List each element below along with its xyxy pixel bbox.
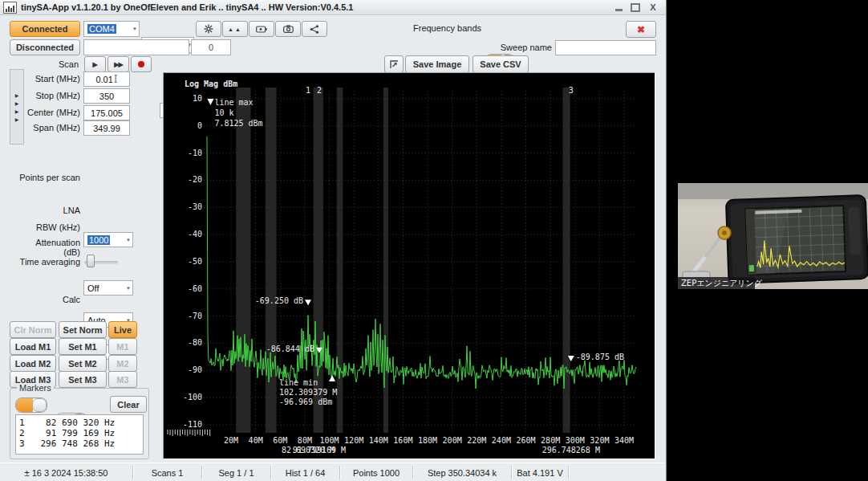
export-button[interactable] [302, 21, 327, 37]
corner-arrow-icon [390, 60, 399, 69]
svg-text:1: 1 [306, 86, 310, 95]
span-mhz-label: Span (MHz) [27, 120, 80, 134]
set-m1-button[interactable]: Set M1 [59, 338, 107, 355]
svg-text:-69.250 dB: -69.250 dB [255, 296, 303, 305]
save-csv-button[interactable]: Save CSV [473, 55, 529, 73]
play-icon: ▶ [92, 61, 97, 68]
minimize-icon[interactable] [615, 4, 623, 11]
screen-capture-button[interactable] [275, 21, 301, 37]
svg-text:100M: 100M [319, 436, 339, 445]
lna-label: LNA [27, 203, 80, 217]
stop-mhz-label: Stop (MHz) [27, 88, 80, 102]
clr-norm-button[interactable]: Clr Norm [10, 321, 56, 338]
exit-button[interactable]: ✖ [626, 21, 656, 38]
svg-text:10: 10 [193, 94, 202, 103]
svg-text:0: 0 [197, 121, 202, 130]
svg-text:340M: 340M [614, 436, 634, 445]
start-mhz-field[interactable]: 0.01I [83, 71, 130, 87]
svg-text:line max: line max [214, 98, 253, 107]
maximize-icon[interactable] [631, 3, 640, 12]
retry-count-field[interactable]: 0 [191, 39, 231, 55]
svg-text:-40: -40 [188, 230, 202, 238]
span-mhz-field[interactable]: 349.99 [83, 120, 130, 136]
right-arrow-icon: ▶ [15, 108, 19, 114]
svg-text:320M: 320M [590, 436, 609, 445]
svg-text:-60: -60 [188, 284, 202, 293]
svg-text:200M: 200M [443, 436, 462, 445]
svg-text:140M: 140M [369, 436, 388, 445]
svg-text:-86.844 dB: -86.844 dB [266, 344, 314, 353]
scan-single-button[interactable]: ▶ [84, 56, 106, 72]
marker-list[interactable]: 1 82 690 320 Hz 2 91 799 169 Hz 3 296 74… [15, 414, 144, 455]
settings-button[interactable] [196, 21, 221, 37]
marker-list-row[interactable]: 3 296 748 268 Hz [19, 438, 115, 449]
stop-mhz-field[interactable]: 350 [83, 88, 130, 104]
status-history: Hist 1 / 64 [271, 466, 340, 479]
record-button[interactable] [131, 56, 152, 72]
record-icon [138, 61, 144, 67]
svg-text:-90: -90 [188, 365, 202, 374]
save-image-button[interactable]: Save Image [405, 55, 469, 73]
svg-text:260M: 260M [516, 436, 535, 445]
center-mhz-field[interactable]: 175.005 [83, 105, 130, 120]
svg-text:-30: -30 [188, 202, 202, 211]
com-status-field[interactable] [83, 39, 189, 55]
slider-knob[interactable] [87, 255, 95, 267]
m3-button[interactable]: M3 [108, 371, 137, 388]
com-port-select[interactable]: COM4▼ [83, 21, 140, 37]
svg-text:40M: 40M [249, 436, 263, 445]
set-norm-button[interactable]: Set Norm [59, 321, 107, 338]
right-arrow-icon: ▶ [15, 92, 19, 98]
title-bar: tinySA-App v1.1.20.1 by OneOfEleven and … [0, 0, 666, 15]
load-m2-button[interactable]: Load M2 [10, 355, 56, 372]
spectrum-chart[interactable]: Log Mag dBm100-10-20-30-40-50-60-70-80-9… [163, 72, 655, 459]
scan-continuous-button[interactable]: ▶▶ [107, 56, 129, 72]
com-port-value: COM4 [87, 24, 116, 34]
center-mhz-label: Center (MHz) [19, 105, 80, 119]
camera-icon [283, 25, 294, 33]
battery-status-button[interactable] [249, 21, 274, 37]
red-x-icon: ✖ [637, 24, 645, 35]
firmware-update-button[interactable]: ▲▲ [222, 21, 248, 37]
battery-icon [256, 26, 267, 33]
live-button[interactable]: Live [108, 321, 137, 338]
lna-select[interactable]: Off▼ [83, 280, 133, 296]
status-points: Points 1000 [340, 466, 413, 479]
clear-markers-button[interactable]: Clear [110, 396, 147, 413]
status-scans: Scans 1 [133, 466, 202, 479]
sweep-name-field[interactable] [555, 40, 656, 55]
start-mhz-label: Start (MHz) [27, 71, 80, 85]
set-m2-button[interactable]: Set M2 [59, 355, 107, 372]
svg-text:7.8125 dBm: 7.8125 dBm [214, 119, 262, 128]
time-averaging-slider[interactable] [84, 259, 118, 267]
copy-chart-button[interactable] [384, 55, 404, 73]
svg-text:-80: -80 [188, 338, 202, 347]
marker-toggle-1[interactable] [15, 397, 47, 413]
up-arrows-icon: ▲▲ [228, 26, 242, 32]
marker-list-row[interactable]: 2 91 799 169 Hz [19, 428, 115, 438]
sweep-name-label: Sweep name [491, 40, 552, 54]
set-m3-button[interactable]: Set M3 [59, 371, 107, 388]
chevron-down-icon: ▼ [126, 285, 131, 290]
svg-text:80M: 80M [298, 436, 312, 445]
marker-list-row[interactable]: 1 82 690 320 Hz [19, 418, 115, 428]
m1-button[interactable]: M1 [108, 338, 137, 355]
disconnected-button[interactable]: Disconnected [10, 39, 80, 55]
svg-text:220M: 220M [467, 436, 486, 445]
points-per-scan-select[interactable]: 1000▼ [83, 232, 133, 247]
svg-text:-100: -100 [183, 393, 202, 402]
svg-text:280M: 280M [541, 436, 560, 445]
connected-button[interactable]: Connected [10, 21, 80, 37]
svg-text:-70: -70 [188, 312, 202, 320]
svg-text:line min: line min [279, 378, 318, 387]
m2-button[interactable]: M2 [108, 355, 137, 372]
load-m1-button[interactable]: Load M1 [10, 338, 56, 355]
svg-text:240M: 240M [492, 436, 511, 445]
close-icon[interactable]: X [648, 3, 658, 12]
gear-icon [204, 24, 213, 34]
status-step: Step 350.34034 k [413, 466, 512, 479]
device-photo: ZEPエンジニアリング [678, 183, 868, 289]
app-window: tinySA-App v1.1.20.1 by OneOfEleven and … [0, 0, 667, 481]
rbw-label: RBW (kHz) [19, 220, 80, 234]
time-averaging-label: Time averaging [8, 256, 80, 267]
